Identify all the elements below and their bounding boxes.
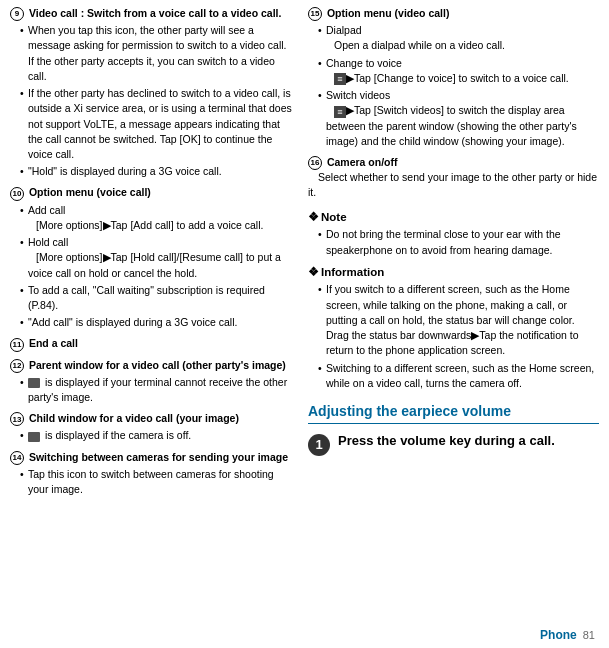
- page-number: 81: [583, 629, 595, 641]
- section-16: 16 Camera on/off Select whether to send …: [308, 155, 599, 201]
- bullet-sub: [More options]▶Tap [Hold call]/[Resume c…: [28, 251, 281, 278]
- section-16-sub: Select whether to send your image to the…: [308, 171, 597, 198]
- page-footer: Phone 81: [540, 628, 595, 642]
- step-number: 1: [308, 434, 330, 456]
- list-item: "Hold" is displayed during a 3G voice ca…: [20, 164, 292, 179]
- list-item: Do not bring the terminal close to your …: [318, 227, 599, 257]
- change-voice-text: Tap [Change to voice] to switch to a voi…: [354, 72, 569, 84]
- list-item: Add call [More options]▶Tap [Add call] t…: [20, 203, 292, 233]
- bullet-main: Change to voice: [326, 57, 402, 69]
- phone-label: Phone: [540, 628, 577, 642]
- section-15-num: 15: [308, 7, 322, 21]
- section-13-title: Child window for a video call (your imag…: [29, 412, 239, 424]
- adjusting-title: Adjusting the earpiece volume: [308, 401, 599, 424]
- menu-icon: ≡: [334, 73, 346, 85]
- switch-videos-text: Tap [Switch videos] to switch the displa…: [326, 104, 577, 146]
- list-item: is displayed if the camera is off.: [20, 428, 292, 443]
- bullet-sub: ≡▶Tap [Switch videos] to switch the disp…: [326, 104, 577, 146]
- bullet-sub: [More options]▶Tap [Add call] to add a v…: [28, 219, 263, 231]
- list-item: When you tap this icon, the other party …: [20, 23, 292, 84]
- step-row: 1 Press the volume key during a call.: [308, 432, 599, 456]
- list-item: To add a call, "Call waiting" subscripti…: [20, 283, 292, 313]
- right-column: 15 Option menu (video call) Dialpad Open…: [300, 0, 609, 648]
- section-13: 13 Child window for a video call (your i…: [10, 411, 292, 443]
- section-14-bullets: Tap this icon to switch between cameras …: [10, 467, 292, 497]
- section-9: 9 Video call : Switch from a voice call …: [10, 6, 292, 179]
- left-column: 9 Video call : Switch from a voice call …: [0, 0, 300, 648]
- section-13-bullets: is displayed if the camera is off.: [10, 428, 292, 443]
- section-14: 14 Switching between cameras for sending…: [10, 450, 292, 498]
- list-item: If the other party has declined to switc…: [20, 86, 292, 162]
- bullet-main: Add call: [28, 204, 65, 216]
- section-16-num: 16: [308, 156, 322, 170]
- note-header: ❖Note: [308, 209, 599, 226]
- section-16-title: Camera on/off: [327, 156, 398, 168]
- section-12-bullets: is displayed if your terminal cannot rec…: [10, 375, 292, 405]
- list-item: Dialpad Open a dialpad while on a video …: [318, 23, 599, 53]
- section-15-title: Option menu (video call): [327, 7, 450, 19]
- list-item: "Add call" is displayed during a 3G voic…: [20, 315, 292, 330]
- note-bullets: Do not bring the terminal close to your …: [308, 227, 599, 257]
- bullet-main: Hold call: [28, 236, 68, 248]
- camera-icon: [28, 378, 40, 388]
- bullet-sub: ≡▶Tap [Change to voice] to switch to a v…: [326, 72, 569, 84]
- section-10-bullets: Add call [More options]▶Tap [Add call] t…: [10, 203, 292, 331]
- list-item: Tap this icon to switch between cameras …: [20, 467, 292, 497]
- section-11-num: 11: [10, 338, 24, 352]
- menu-icon2: ≡: [334, 106, 346, 118]
- note-diamond: ❖: [308, 209, 319, 226]
- camera-off-icon: [28, 432, 40, 442]
- section-12-title: Parent window for a video call (other pa…: [29, 359, 286, 371]
- list-item: Hold call [More options]▶Tap [Hold call]…: [20, 235, 292, 281]
- section-12-num: 12: [10, 359, 24, 373]
- section-15-bullets: Dialpad Open a dialpad while on a video …: [308, 23, 599, 149]
- note-section: ❖Note Do not bring the terminal close to…: [308, 209, 599, 258]
- info-diamond: ❖: [308, 264, 319, 281]
- bullet-text: is displayed if your terminal cannot rec…: [28, 376, 287, 403]
- bullet-main: Dialpad: [326, 24, 362, 36]
- info-header: ❖Information: [308, 264, 599, 281]
- bullet-text: is displayed if the camera is off.: [45, 429, 191, 441]
- section-10: 10 Option menu (voice call) Add call [Mo…: [10, 185, 292, 330]
- list-item: Switch videos ≡▶Tap [Switch videos] to s…: [318, 88, 599, 149]
- section-9-num: 9: [10, 7, 24, 21]
- info-title: Information: [321, 264, 384, 281]
- section-13-num: 13: [10, 412, 24, 426]
- bullet-sub: Open a dialpad while on a video call.: [326, 39, 505, 51]
- note-title: Note: [321, 209, 347, 226]
- section-12: 12 Parent window for a video call (other…: [10, 358, 292, 406]
- adjusting-section: Adjusting the earpiece volume 1 Press th…: [308, 401, 599, 456]
- section-14-title: Switching between cameras for sending yo…: [29, 451, 288, 463]
- information-section: ❖Information If you switch to a differen…: [308, 264, 599, 391]
- section-11-title: End a call: [29, 337, 78, 349]
- section-10-title: Option menu (voice call): [29, 186, 151, 198]
- section-9-bullets: When you tap this icon, the other party …: [10, 23, 292, 179]
- section-11: 11 End a call: [10, 336, 292, 351]
- section-14-num: 14: [10, 451, 24, 465]
- list-item: If you switch to a different screen, suc…: [318, 282, 599, 358]
- switch-videos-label: Switch videos: [326, 89, 390, 101]
- list-item: is displayed if your terminal cannot rec…: [20, 375, 292, 405]
- section-15: 15 Option menu (video call) Dialpad Open…: [308, 6, 599, 149]
- section-10-num: 10: [10, 187, 24, 201]
- info-bullets: If you switch to a different screen, suc…: [308, 282, 599, 391]
- list-item: Change to voice ≡▶Tap [Change to voice] …: [318, 56, 599, 86]
- list-item: Switching to a different screen, such as…: [318, 361, 599, 391]
- section-9-title: Video call : Switch from a voice call to…: [29, 7, 281, 19]
- step-text: Press the volume key during a call.: [338, 432, 555, 450]
